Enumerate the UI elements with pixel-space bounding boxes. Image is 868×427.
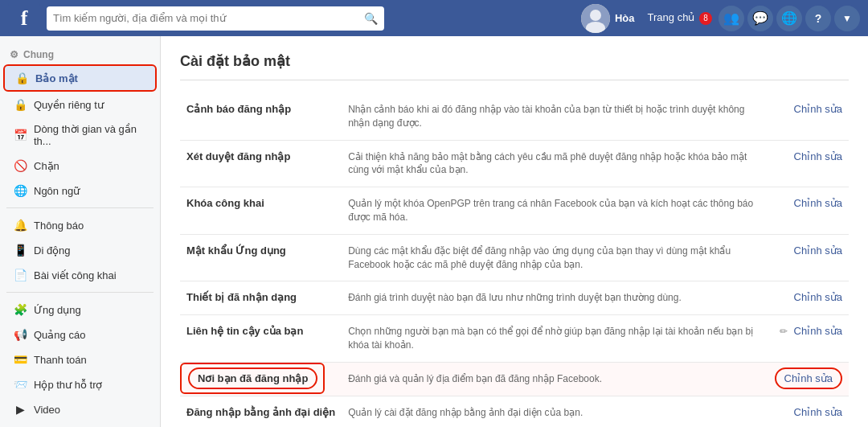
sidebar-item-quyen-rieng-tu[interactable]: 🔒 Quyền riêng tư bbox=[3, 92, 157, 117]
sidebar-item-label: Ngôn ngữ bbox=[34, 185, 80, 197]
sidebar-item-video[interactable]: ▶ Video bbox=[3, 397, 157, 421]
setting-name: Mật khẩu Ứng dụng bbox=[180, 234, 342, 281]
avatar bbox=[581, 4, 610, 33]
sidebar-item-label: Quyền riêng tư bbox=[34, 99, 104, 111]
chinh-sua-link[interactable]: Chỉnh sửa bbox=[794, 244, 842, 257]
chinh-sua-link[interactable]: Chỉnh sửa bbox=[794, 150, 842, 162]
setting-name: Cảnh báo đăng nhập bbox=[180, 93, 342, 140]
app-icon: 🧩 bbox=[13, 303, 27, 316]
sidebar: ⚙ Chung 🔒 Bảo mật 🔒 Quyền riêng tư 📅 Dòn… bbox=[0, 36, 161, 427]
setting-desc: Quản lý cài đặt đăng nhập bằng ảnh đại d… bbox=[342, 396, 768, 427]
sidebar-item-label: Video bbox=[34, 404, 60, 416]
sidebar-item-quang-cao[interactable]: 📢 Quảng cáo bbox=[3, 322, 157, 347]
video-icon: ▶ bbox=[13, 403, 27, 416]
table-row: Cảnh báo đăng nhập Nhận cảnh báo khi ai … bbox=[180, 93, 849, 140]
table-row: Thiết bị đã nhận dạng Đánh giá trình duy… bbox=[180, 281, 849, 315]
sidebar-item-thong-bao[interactable]: 🔔 Thông báo bbox=[3, 213, 157, 237]
sidebar-item-label: Dòng thời gian và gần th... bbox=[34, 123, 147, 147]
sidebar-item-label: Bài viết công khai bbox=[34, 269, 117, 281]
page-layout: ⚙ Chung 🔒 Bảo mật 🔒 Quyền riêng tư 📅 Dòn… bbox=[0, 36, 868, 427]
table-row: Xét duyệt đăng nhập Cải thiện khả năng b… bbox=[180, 140, 849, 187]
setting-desc: Chọn những người bạn mà bạn có thể gọi đ… bbox=[342, 315, 768, 363]
search-input[interactable] bbox=[53, 12, 359, 24]
setting-action[interactable]: Chỉnh sửa bbox=[768, 187, 849, 235]
dropdown-icon-btn[interactable]: ▼ bbox=[834, 6, 860, 31]
messages-icon-btn[interactable]: 💬 bbox=[747, 6, 773, 31]
chinh-sua-link[interactable]: Chỉnh sửa bbox=[794, 325, 842, 337]
setting-desc: Nhận cảnh báo khi ai đó đăng nhập vào tà… bbox=[342, 93, 768, 140]
language-icon: 🌐 bbox=[13, 184, 27, 197]
notification-icon: 🔔 bbox=[13, 219, 27, 232]
setting-name: Đăng nhập bằng ảnh đại diện bbox=[180, 396, 342, 427]
search-icon: 🔍 bbox=[364, 12, 378, 25]
support-icon: 📨 bbox=[13, 378, 27, 391]
setting-action[interactable]: ✏ Chỉnh sửa bbox=[768, 315, 849, 363]
search-bar[interactable]: 🔍 bbox=[47, 6, 384, 31]
sidebar-item-label: Chặn bbox=[34, 160, 59, 172]
setting-desc: Quản lý một khóa OpenPGP trên trang cá n… bbox=[342, 187, 768, 235]
setting-action[interactable]: Chỉnh sửa bbox=[768, 93, 849, 140]
sidebar-item-label: Ứng dụng bbox=[34, 304, 81, 316]
nav-icons: 👥 💬 🌐 ? ▼ bbox=[719, 6, 860, 31]
sidebar-item-label: Quảng cáo bbox=[34, 329, 85, 341]
sidebar-item-chan[interactable]: 🚫 Chặn bbox=[3, 154, 157, 178]
sidebar-item-label: Thông báo bbox=[34, 220, 84, 232]
ads-icon: 📢 bbox=[13, 328, 27, 341]
setting-action[interactable]: Chỉnh sửa bbox=[768, 362, 849, 396]
payment-icon: 💳 bbox=[13, 353, 27, 366]
sidebar-divider-2 bbox=[6, 292, 154, 293]
sidebar-item-hop-thu[interactable]: 📨 Hộp thư hỗ trợ bbox=[3, 372, 157, 396]
main-content: Cài đặt bảo mật Cảnh báo đăng nhập Nhận … bbox=[161, 36, 868, 427]
sidebar-item-ung-dung[interactable]: 🧩 Ứng dụng bbox=[3, 298, 157, 322]
setting-action[interactable]: Chỉnh sửa bbox=[768, 281, 849, 315]
setting-desc: Cải thiện khả năng bảo mật bằng cách yêu… bbox=[342, 140, 768, 187]
table-row: Khóa công khai Quản lý một khóa OpenPGP … bbox=[180, 187, 849, 235]
setting-name: Khóa công khai bbox=[180, 187, 342, 235]
sidebar-item-dong-thoi-gian[interactable]: 📅 Dòng thời gian và gần th... bbox=[3, 117, 157, 153]
sidebar-divider-1 bbox=[6, 207, 154, 208]
settings-table: Cảnh báo đăng nhập Nhận cảnh báo khi ai … bbox=[180, 93, 849, 427]
home-link[interactable]: Trang chủ 8 bbox=[648, 11, 712, 25]
sidebar-item-ngon-ngu[interactable]: 🌐 Ngôn ngữ bbox=[3, 179, 157, 203]
pencil-icon: ✏ bbox=[780, 326, 788, 337]
mobile-icon: 📱 bbox=[13, 244, 27, 257]
help-icon-btn[interactable]: ? bbox=[805, 6, 831, 31]
notifications-icon-btn[interactable]: 🌐 bbox=[776, 6, 802, 31]
notification-badge: 8 bbox=[699, 12, 712, 25]
chinh-sua-link[interactable]: Chỉnh sửa bbox=[794, 103, 842, 115]
chinh-sua-link-highlighted[interactable]: Chỉnh sửa bbox=[775, 367, 842, 389]
setting-name: Liên hệ tin cậy của bạn bbox=[180, 315, 342, 363]
sidebar-item-label: Thanh toán bbox=[34, 354, 87, 366]
chinh-sua-link[interactable]: Chỉnh sửa bbox=[794, 197, 842, 209]
public-post-icon: 📄 bbox=[13, 269, 27, 281]
privacy-icon: 🔒 bbox=[13, 98, 27, 111]
setting-action[interactable]: Chỉnh sửa bbox=[768, 396, 849, 427]
highlighted-setting-name: Nơi bạn đã đăng nhập bbox=[188, 367, 317, 389]
table-row: Đăng nhập bằng ảnh đại diện Quản lý cài … bbox=[180, 396, 849, 427]
user-info[interactable]: Hòa bbox=[581, 4, 635, 33]
setting-name: Thiết bị đã nhận dạng bbox=[180, 281, 342, 315]
username: Hòa bbox=[615, 12, 635, 24]
setting-desc: Dùng các mật khẩu đặc biệt để đăng nhập … bbox=[342, 234, 768, 281]
sidebar-item-di-dong[interactable]: 📱 Di động bbox=[3, 238, 157, 262]
table-row: Mật khẩu Ứng dụng Dùng các mật khẩu đặc … bbox=[180, 234, 849, 281]
setting-desc: Đánh giá trình duyệt nào bạn đã lưu như … bbox=[342, 281, 768, 315]
sidebar-item-label: Bảo mật bbox=[35, 72, 78, 84]
top-navigation: f 🔍 Hòa Trang chủ 8 👥 💬 🌐 ? ▼ bbox=[0, 0, 868, 36]
chinh-sua-link[interactable]: Chỉnh sửa bbox=[794, 406, 842, 418]
setting-action[interactable]: Chỉnh sửa bbox=[768, 234, 849, 281]
sidebar-item-thanh-toan[interactable]: 💳 Thanh toán bbox=[3, 347, 157, 372]
sidebar-item-bao-mat[interactable]: 🔒 Bảo mật bbox=[3, 64, 157, 92]
table-row: Liên hệ tin cậy của bạn Chọn những người… bbox=[180, 315, 849, 363]
setting-action[interactable]: Chỉnh sửa bbox=[768, 140, 849, 187]
chinh-sua-link[interactable]: Chỉnh sửa bbox=[794, 291, 842, 303]
lock-icon: 🔒 bbox=[14, 72, 29, 84]
friends-icon-btn[interactable]: 👥 bbox=[719, 6, 744, 31]
sidebar-item-bai-viet[interactable]: 📄 Bài viết công khai bbox=[3, 263, 157, 287]
setting-name: Xét duyệt đăng nhập bbox=[180, 140, 342, 187]
svg-point-1 bbox=[590, 10, 601, 21]
sidebar-item-label: Hộp thư hỗ trợ bbox=[34, 379, 102, 391]
timeline-icon: 📅 bbox=[13, 129, 27, 142]
sidebar-general-header: ⚙ Chung bbox=[0, 44, 160, 64]
gear-icon: ⚙ bbox=[10, 49, 18, 60]
